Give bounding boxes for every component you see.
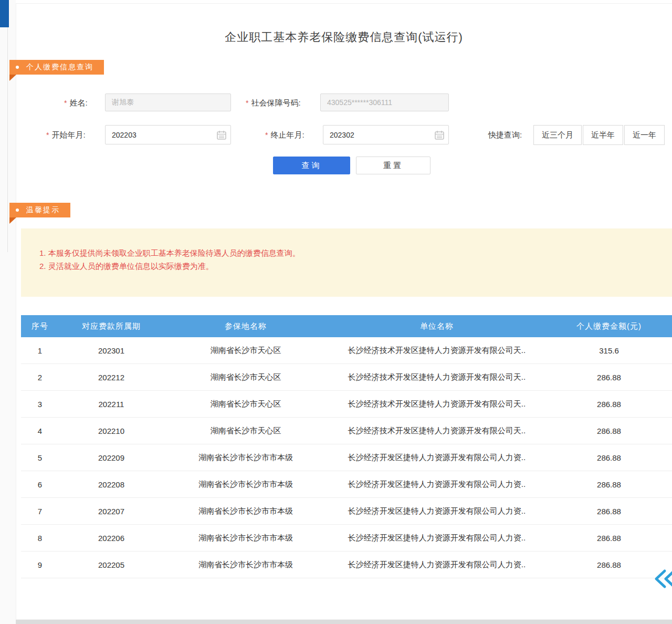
table-cell: 286.88	[546, 525, 672, 552]
table-cell: 8	[21, 525, 59, 552]
table-row: 2202212湖南省长沙市天心区长沙经济技术开发区捷特人力资源开发有限公司天..…	[21, 364, 672, 391]
table-cell: 7	[21, 498, 59, 525]
pension-query-page: 企业职工基本养老保险缴费信息查询(试运行) 个人缴费信息查询 *姓名: *社会保…	[0, 0, 672, 624]
notice-line: 1. 本服务仅提供尚未领取企业职工基本养老保险待遇人员的缴费信息查询。	[39, 246, 662, 259]
ribbon-fold	[9, 217, 16, 224]
start-month-label: *开始年月:	[46, 130, 86, 140]
table-cell: 湖南省长沙市长沙市市本级	[164, 498, 328, 525]
end-month-input[interactable]	[323, 125, 449, 144]
notice-panel: 1. 本服务仅提供尚未领取企业职工基本养老保险待遇人员的缴费信息查询。2. 灵活…	[21, 228, 672, 297]
table-cell: 长沙经济开发区捷特人力资源开发有限公司人力资..	[328, 444, 546, 471]
required-asterisk: *	[64, 99, 67, 107]
section-badge-personal-query: 个人缴费信息查询	[9, 60, 104, 75]
table-cell: 湖南省长沙市长沙市市本级	[164, 552, 328, 578]
table-cell: 长沙经济技术开发区捷特人力资源开发有限公司天..	[328, 391, 546, 418]
table-cell: 286.88	[546, 471, 672, 498]
table-row: 6202208湖南省长沙市长沙市市本级长沙经济开发区捷特人力资源开发有限公司人力…	[21, 471, 672, 498]
required-asterisk: *	[265, 131, 268, 139]
table-cell: 湖南省长沙市天心区	[164, 418, 328, 444]
table-cell: 286.88	[546, 418, 672, 444]
table-cell: 6	[21, 471, 59, 498]
table-cell: 5	[21, 444, 59, 471]
query-button[interactable]: 查询	[273, 157, 350, 174]
top-left-blue-block	[0, 0, 9, 27]
table-cell: 长沙经济开发区捷特人力资源开发有限公司人力资..	[328, 471, 546, 498]
table-cell: 1	[21, 337, 59, 364]
bullet-dot-icon	[16, 66, 19, 69]
section-badge-label: 温馨提示	[26, 205, 60, 215]
page-title: 企业职工基本养老保险缴费信息查询(试运行)	[16, 29, 672, 45]
table-cell: 286.88	[546, 391, 672, 418]
ribbon-fold	[9, 75, 16, 81]
section-badge-label: 个人缴费信息查询	[26, 63, 93, 72]
required-asterisk: *	[46, 131, 49, 139]
table-cell: 202211	[59, 391, 164, 418]
table-row: 1202301湖南省长沙市天心区长沙经济技术开发区捷特人力资源开发有限公司天..…	[21, 337, 672, 364]
table-cell: 长沙经济开发区捷特人力资源开发有限公司人力资..	[328, 552, 546, 578]
table-cell: 286.88	[546, 364, 672, 391]
quick-query-button[interactable]: 近一年	[624, 125, 665, 145]
bottom-scroll-strip	[16, 620, 672, 624]
calendar-icon[interactable]	[434, 130, 445, 140]
name-field	[105, 93, 231, 111]
quick-query-button[interactable]: 近三个月	[533, 125, 582, 145]
table-cell: 湖南省长沙市长沙市市本级	[164, 525, 328, 552]
table-cell: 315.6	[546, 337, 672, 364]
left-panel-edge	[7, 0, 8, 252]
table-cell: 湖南省长沙市天心区	[164, 364, 328, 391]
table-cell: 湖南省长沙市天心区	[164, 391, 328, 418]
required-asterisk: *	[246, 99, 248, 107]
results-table: 序号对应费款所属期参保地名称单位名称个人缴费金额(元) 1202301湖南省长沙…	[21, 315, 672, 578]
table-cell: 长沙经济开发区捷特人力资源开发有限公司人力资..	[328, 498, 546, 525]
table-cell: 202209	[59, 444, 164, 471]
table-cell: 长沙经济技术开发区捷特人力资源开发有限公司天..	[328, 337, 546, 364]
table-cell: 长沙经济技术开发区捷特人力资源开发有限公司天..	[328, 364, 546, 391]
table-cell: 202210	[59, 418, 164, 444]
ssn-label: *社会保障号码:	[246, 98, 301, 108]
table-cell: 湖南省长沙市长沙市市本级	[164, 471, 328, 498]
table-cell: 202301	[59, 337, 164, 364]
quick-query-buttons: 近三个月近半年近一年	[533, 125, 665, 145]
section-badge-tips: 温馨提示	[9, 203, 70, 217]
left-gutter	[0, 0, 16, 624]
end-month-label: *终止年月:	[265, 130, 304, 140]
table-cell: 202212	[59, 364, 164, 391]
table-header-cell: 对应费款所属期	[59, 315, 164, 337]
table-header-cell: 单位名称	[328, 315, 546, 337]
table-row: 5202209湖南省长沙市长沙市市本级长沙经济开发区捷特人力资源开发有限公司人力…	[21, 444, 672, 471]
table-cell: 202205	[59, 552, 164, 578]
table-cell: 湖南省长沙市长沙市市本级	[164, 444, 328, 471]
table-cell: 286.88	[546, 444, 672, 471]
table-cell: 9	[21, 552, 59, 578]
table-row: 4202210湖南省长沙市天心区长沙经济技术开发区捷特人力资源开发有限公司天..…	[21, 418, 672, 444]
table-header-cell: 序号	[21, 315, 59, 337]
table-cell: 2	[21, 364, 59, 391]
bullet-dot-icon	[16, 209, 19, 212]
table-row: 9202205湖南省长沙市长沙市市本级长沙经济开发区捷特人力资源开发有限公司人力…	[21, 552, 672, 578]
table-header-cell: 参保地名称	[164, 315, 328, 337]
table-cell: 4	[21, 418, 59, 444]
table-row: 7202207湖南省长沙市长沙市市本级长沙经济开发区捷特人力资源开发有限公司人力…	[21, 498, 672, 525]
table-cell: 湖南省长沙市天心区	[164, 337, 328, 364]
name-label: *姓名:	[64, 98, 88, 108]
quick-query-button[interactable]: 近半年	[583, 125, 623, 145]
table-cell: 202208	[59, 471, 164, 498]
reset-button[interactable]: 重置	[356, 157, 430, 174]
table-cell: 3	[21, 391, 59, 418]
notice-line: 2. 灵活就业人员的缴费单位信息以实际缴费为准。	[39, 259, 662, 273]
table-cell: 286.88	[546, 498, 672, 525]
double-chevron-left-icon[interactable]	[653, 568, 672, 589]
table-cell: 202206	[59, 525, 164, 552]
calendar-icon[interactable]	[216, 130, 227, 140]
quick-query-label: 快捷查询:	[488, 130, 522, 140]
table-row: 8202206湖南省长沙市长沙市市本级长沙经济开发区捷特人力资源开发有限公司人力…	[21, 525, 672, 552]
ssn-field	[320, 93, 449, 111]
table-body: 1202301湖南省长沙市天心区长沙经济技术开发区捷特人力资源开发有限公司天..…	[21, 337, 672, 578]
table-cell: 长沙经济技术开发区捷特人力资源开发有限公司天..	[328, 418, 546, 444]
table-cell: 202207	[59, 498, 164, 525]
table-header-row: 序号对应费款所属期参保地名称单位名称个人缴费金额(元)	[21, 315, 672, 337]
table-cell: 长沙经济开发区捷特人力资源开发有限公司人力资..	[328, 525, 546, 552]
table-header-cell: 个人缴费金额(元)	[546, 315, 672, 337]
table-row: 3202211湖南省长沙市天心区长沙经济技术开发区捷特人力资源开发有限公司天..…	[21, 391, 672, 418]
start-month-input[interactable]	[105, 125, 231, 144]
